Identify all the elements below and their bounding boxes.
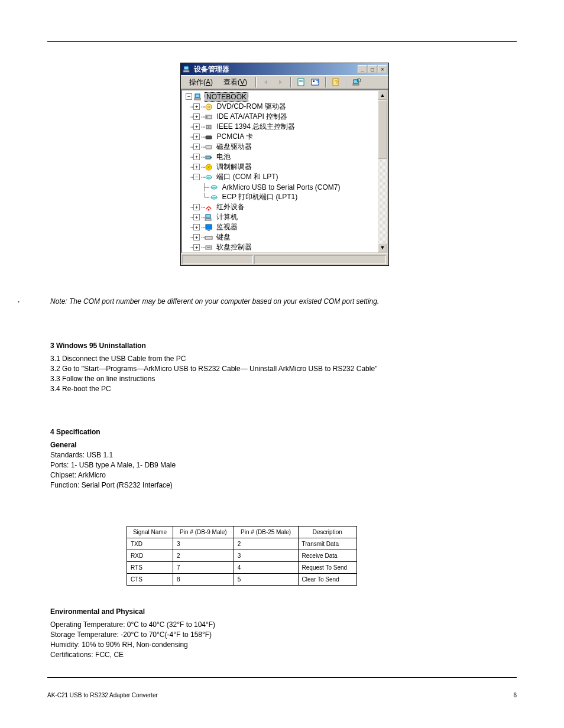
expand-icon[interactable]: + xyxy=(193,224,200,230)
refresh-button[interactable] xyxy=(309,76,322,89)
tree-node[interactable]: ⋯−⋯端口 (COM 和 LPT) xyxy=(183,172,377,182)
close-button[interactable]: ✕ xyxy=(378,65,387,73)
tree-root[interactable]: −NOTEBOOK xyxy=(183,92,377,102)
battery-icon xyxy=(204,152,213,162)
tree-node[interactable]: ⋯+⋯IEEE 1394 总线主控制器 xyxy=(183,122,377,132)
tree-leaf[interactable]: └⋯ECP 打印机端口 (LPT1) xyxy=(183,192,377,202)
tree-node[interactable]: ⋯+⋯IDE ATA/ATAPI 控制器 xyxy=(183,112,377,122)
expand-icon[interactable]: − xyxy=(193,174,200,180)
expand-icon[interactable]: + xyxy=(193,144,200,150)
expand-icon[interactable]: + xyxy=(193,124,200,130)
expand-icon[interactable]: + xyxy=(193,204,200,210)
device-tree-container: −NOTEBOOK⋯+⋯DVD/CD-ROM 驱动器⋯+⋯IDE ATA/ATA… xyxy=(181,89,388,254)
tree-label[interactable]: 红外设备 xyxy=(215,202,246,212)
svg-point-32 xyxy=(215,187,216,188)
vertical-scrollbar[interactable]: ▲ ▼ xyxy=(378,90,387,252)
statusbar xyxy=(181,254,388,265)
tree-label[interactable]: DVD/CD-ROM 驱动器 xyxy=(215,102,287,112)
tree-label[interactable]: 软盘控制器 xyxy=(215,242,253,252)
tree-label[interactable]: IEEE 1394 总线主控制器 xyxy=(215,122,296,132)
properties-button[interactable] xyxy=(294,76,307,89)
svg-rect-42 xyxy=(205,236,212,239)
page-marker: , xyxy=(18,295,20,304)
svg-point-35 xyxy=(214,197,215,198)
ir-icon xyxy=(204,203,213,212)
env-row: Humidity: 10% to 90% RH, Non-condensing xyxy=(50,641,514,649)
expand-icon[interactable]: + xyxy=(193,134,200,140)
tree-line: └⋯ xyxy=(202,193,208,202)
tree-label[interactable]: IDE ATA/ATAPI 控制器 xyxy=(215,112,289,122)
expand-icon[interactable]: + xyxy=(193,214,200,220)
table-cell: 4 xyxy=(234,562,298,574)
svg-rect-46 xyxy=(207,247,210,248)
maximize-button[interactable]: □ xyxy=(368,65,377,73)
disk-icon xyxy=(204,142,213,152)
tree-node[interactable]: ⋯+⋯磁盘驱动器 xyxy=(183,142,377,152)
tree-node[interactable]: ⋯+⋯红外设备 xyxy=(183,202,377,212)
scan-hardware-button[interactable] xyxy=(350,76,363,89)
tree-node[interactable]: ⋯+⋯监视器 xyxy=(183,222,377,232)
collapse-icon[interactable]: − xyxy=(186,93,192,100)
table-cell: Receive Data xyxy=(298,550,356,562)
tree-node[interactable]: ⋯+⋯键盘 xyxy=(183,232,377,242)
tree-label[interactable]: 监视器 xyxy=(215,222,239,232)
scroll-up-button[interactable]: ▲ xyxy=(378,90,387,100)
expand-icon[interactable]: + xyxy=(193,164,200,170)
table-header: Signal Name xyxy=(127,526,173,538)
scroll-track[interactable] xyxy=(378,159,387,243)
table-row: RXD23Receive Data xyxy=(127,550,357,562)
tree-label[interactable]: NOTEBOOK xyxy=(205,92,248,102)
toolbar-separator xyxy=(255,77,256,87)
tree-label[interactable]: PCMCIA 卡 xyxy=(215,132,254,142)
table-row: CTS85Clear To Send xyxy=(127,574,357,586)
scroll-thumb[interactable] xyxy=(378,100,387,159)
footer-page-no: 6 xyxy=(513,692,517,698)
tree-node[interactable]: ⋯+⋯软盘控制器 xyxy=(183,242,377,252)
svg-point-15 xyxy=(208,106,210,108)
expand-icon[interactable]: + xyxy=(193,154,200,160)
expand-icon[interactable]: + xyxy=(193,103,200,110)
tree-node[interactable]: ⋯+⋯DVD/CD-ROM 驱动器 xyxy=(183,102,377,112)
toolbar-separator xyxy=(325,77,326,87)
svg-point-28 xyxy=(210,177,211,178)
expand-icon[interactable]: + xyxy=(193,244,200,251)
tree-node[interactable]: ⋯+⋯电池 xyxy=(183,152,377,162)
table-cell: RTS xyxy=(127,562,173,574)
svg-point-27 xyxy=(209,177,210,178)
tree-label[interactable]: 端口 (COM 和 LPT) xyxy=(215,172,279,182)
page-bottom-divider xyxy=(47,677,517,678)
menu-action[interactable]: 操作(A) xyxy=(184,76,218,89)
expand-icon[interactable]: + xyxy=(193,234,200,240)
port-icon xyxy=(209,193,219,202)
tree-node[interactable]: ⋯+⋯调制解调器 xyxy=(183,162,377,172)
tree-label[interactable]: 键盘 xyxy=(215,232,232,242)
expand-icon[interactable]: + xyxy=(193,113,200,120)
status-cell xyxy=(182,255,253,264)
svg-rect-39 xyxy=(205,219,211,220)
env-row: Operating Temperature: 0°C to 40°C (32°F… xyxy=(50,620,514,629)
tree-label[interactable]: 电池 xyxy=(215,152,232,162)
step: 3.4 Re-boot the PC xyxy=(50,385,514,393)
computer-icon xyxy=(193,92,203,102)
table-cell: 3 xyxy=(173,538,234,550)
table-cell: 2 xyxy=(173,550,234,562)
device-tree[interactable]: −NOTEBOOK⋯+⋯DVD/CD-ROM 驱动器⋯+⋯IDE ATA/ATA… xyxy=(182,90,378,252)
minimize-button[interactable]: _ xyxy=(358,65,367,73)
tree-node[interactable]: ⋯+⋯计算机 xyxy=(183,212,377,222)
svg-rect-20 xyxy=(206,136,212,139)
tree-label[interactable]: 计算机 xyxy=(215,212,239,222)
tree-label[interactable]: 磁盘驱动器 xyxy=(215,142,253,152)
titlebar[interactable]: 设备管理器 _ □ ✕ xyxy=(181,63,388,75)
tree-label[interactable]: 调制解调器 xyxy=(215,162,253,172)
computer-icon xyxy=(204,213,213,222)
table-cell: 2 xyxy=(234,538,298,550)
tree-node[interactable]: ⋯+⋯PCMCIA 卡 xyxy=(183,132,377,142)
tree-leaf[interactable]: ├⋯ArkMicro USB to Serial Ports (COM7) xyxy=(183,182,377,192)
menu-view[interactable]: 查看(V) xyxy=(219,76,252,89)
svg-text:?: ? xyxy=(335,79,338,85)
port-icon xyxy=(209,183,219,192)
help-button[interactable]: ? xyxy=(329,76,342,89)
tree-label[interactable]: ECP 打印机端口 (LPT1) xyxy=(221,192,299,202)
scroll-down-button[interactable]: ▼ xyxy=(378,243,387,252)
tree-label[interactable]: ArkMicro USB to Serial Ports (COM7) xyxy=(221,183,341,191)
